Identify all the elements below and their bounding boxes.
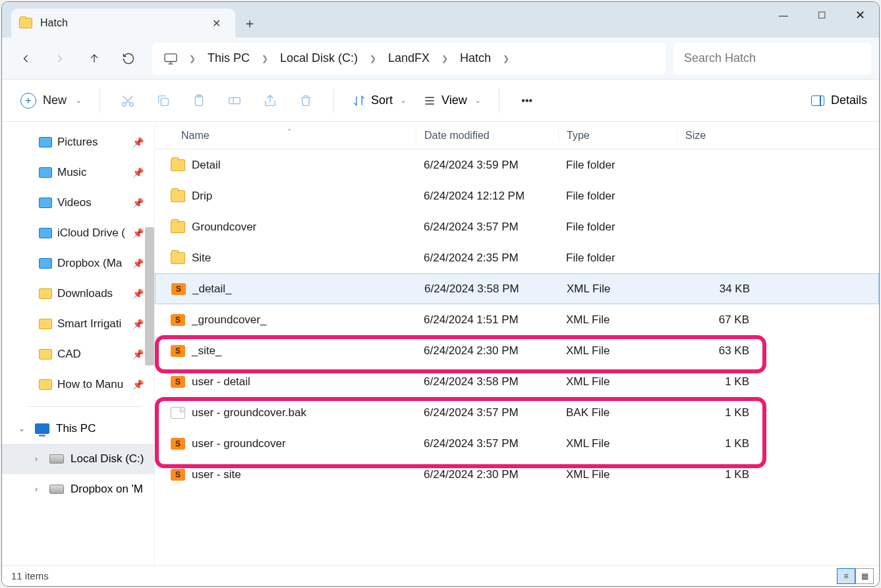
file-row[interactable]: user - groundcover.bak6/24/2024 3:57 PMB… <box>155 397 879 428</box>
share-button[interactable] <box>254 88 286 114</box>
search-input[interactable]: Search Hatch <box>673 43 871 74</box>
sidebar-item[interactable]: Music📌 <box>2 157 154 188</box>
forward-button[interactable] <box>44 43 76 74</box>
thumbnails-view-button[interactable]: ▦ <box>855 568 874 584</box>
xml-icon: S <box>171 438 185 450</box>
sidebar-item[interactable]: CAD📌 <box>2 339 154 369</box>
sidebar-item-label: Downloads <box>57 287 113 300</box>
toolbar: + New ⌄ Sort ⌄ View ⌄ ••• Details <box>2 80 879 122</box>
tree-item[interactable]: ›Dropbox on 'M <box>2 474 154 504</box>
file-row[interactable]: Suser - site6/24/2024 2:30 PMXML File1 K… <box>155 459 879 490</box>
chevron-icon[interactable]: ❯ <box>440 54 449 63</box>
folder-icon <box>171 159 185 171</box>
close-button[interactable]: ✕ <box>841 2 879 28</box>
breadcrumb-item[interactable]: This PC <box>201 49 256 68</box>
cut-button[interactable] <box>112 88 144 114</box>
file-row[interactable]: Groundcover6/24/2024 3:57 PMFile folder <box>155 211 879 242</box>
col-header-type[interactable]: Type <box>558 130 677 142</box>
file-size: 1 KB <box>677 406 757 419</box>
col-header-date[interactable]: Date modified <box>416 130 558 142</box>
pin-icon: 📌 <box>132 198 144 208</box>
file-date: 6/24/2024 3:57 PM <box>416 406 558 419</box>
new-button[interactable]: + New ⌄ <box>14 89 88 113</box>
more-button[interactable]: ••• <box>511 88 543 114</box>
plus-icon: + <box>20 93 36 109</box>
tree-item[interactable]: ›Local Disk (C:) <box>2 444 154 474</box>
folder-icon <box>39 319 52 329</box>
minimize-button[interactable]: — <box>764 2 803 28</box>
refresh-button[interactable] <box>113 43 144 74</box>
pin-icon: 📌 <box>132 167 144 178</box>
view-button[interactable]: View ⌄ <box>416 90 487 111</box>
file-row[interactable]: S_detail_6/24/2024 3:58 PMXML File34 KB <box>155 273 879 304</box>
xml-icon: S <box>171 345 185 357</box>
up-button[interactable] <box>78 43 110 74</box>
chevron-down-icon: ⌄ <box>76 97 81 104</box>
file-row[interactable]: S_groundcover_6/24/2024 1:51 PMXML File6… <box>155 304 879 335</box>
sidebar-item[interactable]: Videos📌 <box>2 188 154 218</box>
sidebar-item[interactable]: Smart Irrigati📌 <box>2 309 154 339</box>
file-row[interactable]: Detail6/24/2024 3:59 PMFile folder <box>155 149 879 180</box>
breadcrumb-item[interactable]: Hatch <box>453 49 497 68</box>
file-row[interactable]: Drip6/24/2024 12:12 PMFile folder <box>155 180 879 211</box>
rename-button[interactable] <box>219 88 250 114</box>
view-label: View <box>441 94 467 107</box>
expand-icon[interactable]: › <box>30 454 43 464</box>
file-date: 6/24/2024 3:58 PM <box>416 375 558 388</box>
file-type: XML File <box>558 375 677 388</box>
back-button[interactable] <box>10 43 42 74</box>
file-row[interactable]: Suser - groundcover6/24/2024 3:57 PMXML … <box>155 428 879 459</box>
svg-point-2 <box>130 102 134 106</box>
file-name: Site <box>192 252 211 265</box>
file-name: user - groundcover.bak <box>192 406 306 419</box>
chevron-icon[interactable]: ❯ <box>368 54 378 63</box>
sidebar-item[interactable]: Pictures📌 <box>2 127 154 157</box>
tree-item[interactable]: ⌄This PC <box>2 414 154 444</box>
sidebar-item-label: Smart Irrigati <box>57 317 121 331</box>
chevron-icon[interactable]: ❯ <box>260 54 270 63</box>
expand-icon[interactable]: › <box>30 485 43 494</box>
chevron-icon[interactable]: ❯ <box>501 54 511 63</box>
tab-current[interactable]: Hatch ✕ <box>11 9 235 38</box>
new-tab-button[interactable]: ＋ <box>235 9 264 38</box>
expand-icon[interactable]: ⌄ <box>15 424 28 433</box>
breadcrumb-item[interactable]: LandFX <box>382 49 436 68</box>
details-view-button[interactable]: ≡ <box>837 568 855 584</box>
pin-icon: 📌 <box>132 288 144 299</box>
address-bar[interactable]: ❯ This PC ❯ Local Disk (C:) ❯ LandFX ❯ H… <box>152 43 666 74</box>
file-row[interactable]: Suser - detail6/24/2024 3:58 PMXML File1… <box>155 366 879 397</box>
chevron-icon[interactable]: ❯ <box>188 54 197 63</box>
file-date: 6/24/2024 3:57 PM <box>416 221 558 234</box>
copy-button[interactable] <box>148 88 179 114</box>
file-row[interactable]: S_site_6/24/2024 2:30 PMXML File63 KB <box>155 335 879 366</box>
col-header-name[interactable]: Name⌃ <box>155 130 416 142</box>
sort-button[interactable]: Sort ⌄ <box>346 90 412 111</box>
tree-item-label: Local Disk (C:) <box>71 452 144 466</box>
file-row[interactable]: Site6/24/2024 2:35 PMFile folder <box>155 242 879 273</box>
sidebar-item[interactable]: Dropbox (Ma📌 <box>2 248 154 279</box>
new-label: New <box>43 94 67 107</box>
file-name: user - site <box>192 468 241 481</box>
chevron-down-icon: ⌄ <box>475 97 480 104</box>
folder-icon <box>171 252 185 264</box>
tab-close-button[interactable]: ✕ <box>207 14 226 32</box>
sidebar-item-label: Videos <box>57 196 92 209</box>
svg-rect-6 <box>229 97 241 103</box>
sidebar-item[interactable]: iCloud Drive (📌 <box>2 218 154 248</box>
sidebar-item[interactable]: How to Manu📌 <box>2 369 154 400</box>
paste-button[interactable] <box>183 88 215 114</box>
sidebar: Pictures📌Music📌Videos📌iCloud Drive (📌Dro… <box>2 122 155 565</box>
maximize-button[interactable]: ☐ <box>803 2 841 28</box>
titlebar: Hatch ✕ ＋ — ☐ ✕ <box>2 2 879 38</box>
separator <box>28 406 142 407</box>
sidebar-item[interactable]: Downloads📌 <box>2 279 154 309</box>
breadcrumb-item[interactable]: Local Disk (C:) <box>273 49 364 68</box>
file-name: _groundcover_ <box>192 313 266 327</box>
scrollbar[interactable] <box>145 227 154 365</box>
folder-icon <box>39 258 52 269</box>
file-name: Drip <box>192 190 212 203</box>
col-header-size[interactable]: Size <box>677 130 757 142</box>
file-date: 6/24/2024 3:58 PM <box>416 282 559 296</box>
details-button[interactable]: Details <box>811 94 867 107</box>
delete-button[interactable] <box>290 88 322 114</box>
